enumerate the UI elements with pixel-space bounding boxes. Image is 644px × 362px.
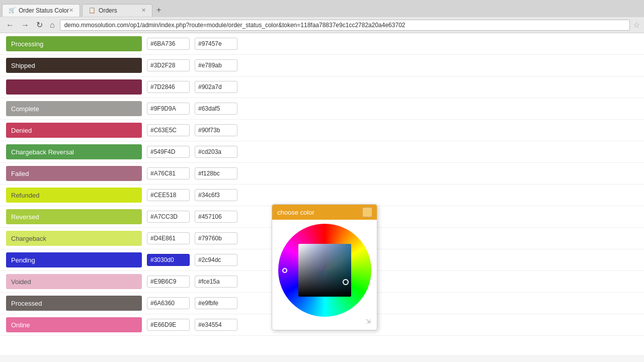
color1-input[interactable] [147, 167, 190, 179]
status-row: Chargeback Reversal [0, 141, 644, 163]
status-label-box: Voided [6, 274, 142, 289]
status-row [0, 76, 644, 98]
color2-input[interactable] [195, 124, 237, 136]
tab-icon-2: 📋 [89, 7, 96, 14]
address-bar-row: ← → ↻ ⌂ ☆ [0, 17, 644, 33]
forward-button[interactable]: → [19, 20, 31, 31]
status-label-box: Denied [6, 123, 142, 138]
tab-label-2: Orders [99, 7, 117, 14]
status-label-box: Shipped [6, 58, 142, 73]
color1-input[interactable] [147, 211, 190, 223]
tab-label-1: Order Status Color [19, 7, 69, 14]
status-label-box: Refunded [6, 188, 142, 203]
color1-input[interactable] [147, 59, 190, 71]
status-label-box: Chargeback [6, 231, 142, 246]
status-label-box: Pending [6, 252, 142, 267]
status-row: Failed [0, 163, 644, 185]
color-square[interactable] [298, 244, 351, 297]
refresh-button[interactable]: ↻ [34, 19, 45, 31]
color1-input[interactable] [147, 81, 190, 93]
color1-input[interactable] [147, 297, 190, 309]
color-picker-resize: ⇲ [276, 317, 373, 326]
color-picker-body: ⇲ [272, 220, 377, 330]
status-label-box: Complete [6, 101, 142, 116]
color2-input[interactable] [195, 211, 237, 223]
status-label-box: Reversed [6, 209, 142, 224]
tab-close-1[interactable]: ✕ [69, 7, 73, 14]
color2-input[interactable] [195, 38, 237, 50]
color1-input[interactable] [147, 189, 190, 201]
address-bar-input[interactable] [60, 20, 630, 31]
wheel-cursor[interactable] [282, 268, 287, 273]
status-row: Denied [0, 120, 644, 141]
status-label-box [6, 79, 142, 95]
color1-input[interactable] [147, 319, 190, 331]
color1-input[interactable] [147, 276, 190, 288]
color-picker-close[interactable] [363, 208, 372, 217]
color1-input[interactable] [147, 103, 190, 115]
color1-input[interactable] [147, 124, 190, 136]
color2-input[interactable] [195, 319, 237, 331]
color1-input[interactable] [147, 146, 190, 158]
color2-input[interactable] [195, 297, 237, 309]
browser-chrome: 🛒 Order Status Color ✕ 📋 Orders ✕ + ← → … [0, 0, 644, 33]
status-label-box: Chargeback Reversal [6, 144, 142, 159]
color1-input[interactable] [147, 232, 190, 244]
color-cursor[interactable] [343, 279, 349, 285]
color2-input[interactable] [195, 232, 237, 244]
back-button[interactable]: ← [4, 20, 16, 31]
color-picker-header: choose color [272, 205, 377, 220]
color2-input[interactable] [195, 254, 237, 266]
color2-input[interactable] [195, 81, 237, 93]
color1-input[interactable] [147, 38, 190, 50]
color2-input[interactable] [195, 189, 237, 201]
status-label-box: Failed [6, 166, 142, 181]
color2-input[interactable] [195, 167, 237, 179]
new-tab-button[interactable]: + [152, 3, 165, 17]
color1-input[interactable] [147, 254, 190, 266]
status-row: Complete [0, 98, 644, 120]
page-content: Processing Shipped Complete Denied Charg… [0, 33, 644, 355]
color2-input[interactable] [195, 103, 237, 115]
color-picker-popup: choose color ⇲ [272, 204, 377, 330]
tab-bar: 🛒 Order Status Color ✕ 📋 Orders ✕ + [0, 0, 644, 17]
tab-close-2[interactable]: ✕ [141, 7, 146, 14]
status-row: Refunded [0, 185, 644, 206]
tab-order-status-color[interactable]: 🛒 Order Status Color ✕ [2, 4, 80, 17]
tab-orders[interactable]: 📋 Orders ✕ [82, 4, 152, 17]
home-button[interactable]: ⌂ [48, 20, 57, 31]
color-picker-title: choose color [277, 209, 314, 216]
status-row: Shipped [0, 55, 644, 76]
color2-input[interactable] [195, 146, 237, 158]
resize-icon: ⇲ [366, 318, 371, 325]
status-label-box: Online [6, 317, 142, 332]
color2-input[interactable] [195, 276, 237, 288]
color2-input[interactable] [195, 59, 237, 71]
color-wheel-container[interactable] [278, 224, 371, 317]
status-label-box: Processed [6, 296, 142, 311]
bookmark-button[interactable]: ☆ [633, 20, 640, 30]
tab-icon-1: 🛒 [9, 7, 16, 14]
status-label-box: Processing [6, 36, 142, 51]
status-row: Processing [0, 33, 644, 55]
